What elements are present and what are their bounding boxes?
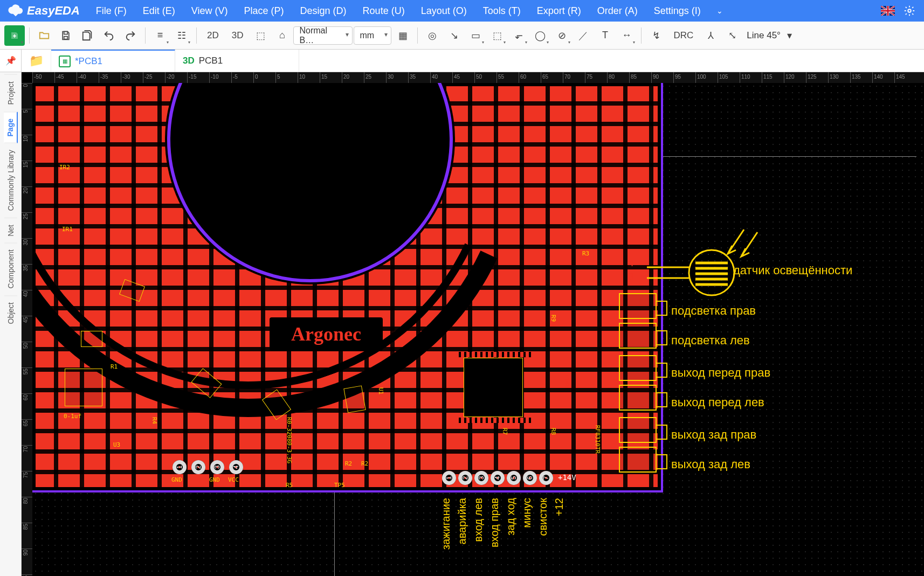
mosfet-q1[interactable] (619, 293, 657, 319)
ruler-horizontal: -50-45-40-35-30-25-20-15-10-505101520253… (32, 72, 924, 83)
led-ring-comp[interactable] (81, 331, 102, 347)
via-button[interactable]: ◎ (422, 25, 443, 46)
save-button[interactable] (56, 25, 76, 46)
pad-vcc-4[interactable]: 4 (229, 460, 243, 474)
new-button[interactable]: ▾ (4, 25, 25, 46)
ic-u1[interactable] (65, 369, 102, 406)
svg-rect-7 (64, 36, 68, 39)
region-button[interactable]: ⬚▾ (487, 25, 507, 46)
teardrop-button[interactable]: ⅄ (700, 25, 721, 46)
text-button[interactable]: T (595, 25, 615, 46)
left-panel: Project Page Commonly Library Net Compon… (0, 72, 22, 576)
pad-button[interactable]: ▭▾ (465, 25, 486, 46)
led-ring-comp[interactable] (262, 389, 291, 420)
annot-b5: минус (521, 498, 533, 528)
redo-button[interactable] (120, 25, 141, 46)
conn-pad-6[interactable]: 6 (523, 471, 537, 485)
mosfet-q6[interactable] (619, 447, 657, 473)
silk-gnd1: GND (171, 476, 182, 483)
menu-layout[interactable]: Layout (O) (415, 2, 473, 20)
menu-route[interactable]: Route (U) (356, 2, 411, 20)
conn-pad-4[interactable]: 4 (491, 471, 505, 485)
language-flag-icon[interactable] (879, 2, 897, 20)
ellipse-button[interactable]: ◯▾ (530, 25, 550, 46)
dimension-button[interactable]: ↔▾ (616, 25, 637, 46)
menu-design[interactable]: Design (D) (294, 2, 353, 20)
conn-pad-5[interactable]: 5 (507, 471, 521, 485)
mosfet-q5[interactable] (619, 417, 657, 443)
menu-view[interactable]: View (V) (185, 2, 235, 20)
annot-b1: аварийка (456, 498, 468, 544)
menu-order[interactable]: Order (A) (591, 2, 644, 20)
silk-r8: R8 (550, 428, 557, 435)
side-tab-page[interactable]: Page (4, 112, 18, 143)
view-3d-button[interactable]: 3D (226, 25, 250, 46)
silk-r4: R4 (151, 417, 158, 424)
side-tab-project[interactable]: Project (4, 74, 17, 112)
annot-b0: зажигание (440, 498, 452, 550)
conn-pad-1[interactable]: 1 (442, 471, 456, 485)
annot-r4: выход зад прав (671, 428, 756, 442)
menu-settings[interactable]: Settings (I) (647, 2, 707, 20)
slot-button[interactable]: ⊘▾ (551, 25, 572, 46)
menu-edit[interactable]: Edit (E) (136, 2, 182, 20)
menu-tools[interactable]: Tools (T) (477, 2, 527, 20)
mosfet-q3[interactable] (619, 355, 657, 381)
side-tab-component[interactable]: Component (4, 242, 17, 295)
mcu-chip[interactable] (464, 358, 523, 417)
mosfet-q4[interactable] (619, 385, 657, 411)
conn-pad-3[interactable]: 3 (474, 471, 488, 485)
led-ring-comp[interactable] (119, 279, 145, 302)
view-2d-button[interactable]: 2D (201, 25, 225, 46)
led-ring-comp[interactable] (343, 385, 366, 413)
line-button[interactable]: ／ (573, 25, 594, 46)
mosfet-q2[interactable] (619, 323, 657, 349)
tab-pcb1-3d[interactable]: 3D PCB1 (175, 50, 299, 72)
pcb-canvas[interactable]: Argonec R1 0-1uf U3 1 2 3 4 GND GND VCC … (32, 83, 924, 576)
pcb-board[interactable]: Argonec R1 0-1uf U3 1 2 3 4 GND GND VCC … (32, 83, 663, 492)
side-tab-object[interactable]: Object (4, 295, 17, 330)
silk-r2b: R2 (361, 460, 368, 467)
select-region-button[interactable]: ⬚ (250, 25, 271, 46)
brush-select[interactable]: Normal B… (293, 26, 353, 45)
annot-b4: зад ход (505, 498, 517, 536)
tab-pcb1[interactable]: ▦ *PCB1 (51, 50, 175, 72)
annot-sensor: датчик освещённости (733, 263, 852, 277)
pin-panel-icon[interactable]: 📌 (0, 50, 22, 72)
undo-button[interactable] (99, 25, 119, 46)
led-ring-comp[interactable] (191, 368, 222, 398)
open-folder-button[interactable] (34, 25, 54, 46)
conn-pad-2[interactable]: 2 (458, 471, 472, 485)
ruler-vertical: 05101520253035404550556065707580859095 (22, 83, 32, 576)
pad-gnd-3[interactable]: 3 (210, 460, 224, 474)
svg-point-5 (908, 9, 911, 12)
menu-place[interactable]: Place (P) (238, 2, 291, 20)
polyline-button[interactable]: ⬐▾ (508, 25, 529, 46)
menu-more-chevron-icon[interactable]: ⌄ (711, 2, 729, 20)
pad-gnd-2[interactable]: 2 (191, 460, 205, 474)
conn-pad-7[interactable]: 7 (539, 471, 553, 485)
side-tab-net[interactable]: Net (4, 218, 17, 243)
trace-button[interactable]: ↘ (444, 25, 464, 46)
flip-board-button[interactable]: ⌂ (272, 25, 292, 46)
angle-dropdown[interactable]: ▾ (785, 25, 795, 46)
grid-button[interactable]: ▦ (392, 25, 413, 46)
diff-pair-button[interactable]: ⤡ (722, 25, 742, 46)
drc-button[interactable]: DRC (667, 25, 699, 46)
board-logo: Argonec (270, 317, 383, 351)
toolbar: ▾ ≡▾ ☷▾ 2D 3D ⬚ ⌂ Normal B… mm ▦ ◎ ↘ ▭▾ … (0, 22, 924, 50)
save-all-button[interactable] (77, 25, 98, 46)
unit-select[interactable]: mm (354, 26, 391, 45)
ratsnest-button[interactable]: ↯ (646, 25, 666, 46)
align-left-button[interactable]: ≡▾ (150, 25, 170, 46)
annot-r3: выход перед лев (671, 395, 764, 410)
side-tab-library[interactable]: Commonly Library (4, 143, 17, 218)
pad-gnd-1[interactable]: 1 (173, 460, 187, 474)
gear-icon[interactable] (900, 2, 919, 20)
menu-file[interactable]: File (F) (89, 2, 133, 20)
brand-logo: EasyEDA (5, 3, 86, 19)
menu-export[interactable]: Export (R) (530, 2, 588, 20)
silk-c1: 0-1uf (64, 413, 81, 420)
distribute-button[interactable]: ☷▾ (171, 25, 192, 46)
project-folder-tab[interactable]: 📁 (22, 50, 51, 72)
